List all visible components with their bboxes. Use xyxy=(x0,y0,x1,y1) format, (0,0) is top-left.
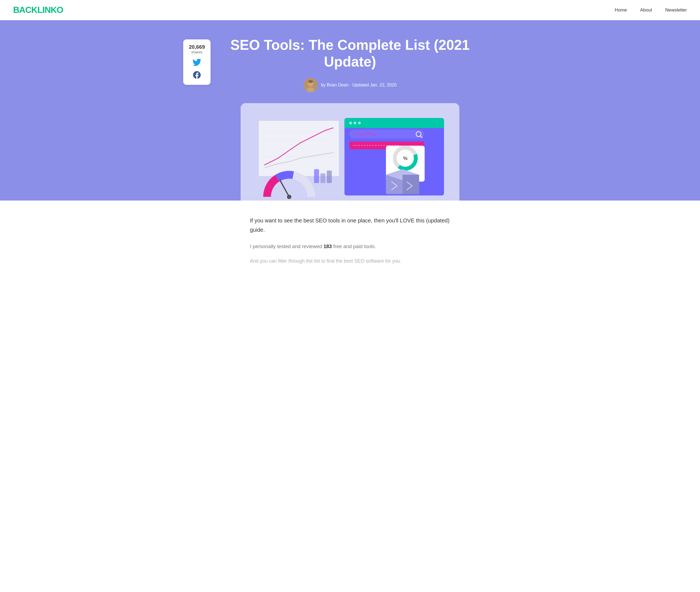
navbar: BACKLINKO Home About Newsletter xyxy=(0,0,700,20)
intro-paragraph-3: And you can filter through the list to f… xyxy=(250,257,450,265)
share-widget: 20,669 shares xyxy=(183,39,211,85)
nav-links: Home About Newsletter xyxy=(615,7,687,13)
hero-illustration-svg: % xyxy=(251,113,449,201)
svg-point-3 xyxy=(308,80,313,83)
author-row: by Brian Dean · Updated Jan. 22, 2020 xyxy=(227,78,473,92)
intro-paragraph-2: I personally tested and reviewed 183 fre… xyxy=(250,242,450,251)
twitter-share-button[interactable] xyxy=(189,58,205,68)
svg-rect-30 xyxy=(327,170,332,183)
hero-section: 20,669 shares SEO Tools: The Complete Li… xyxy=(0,20,700,201)
author-text: by Brian Dean · Updated Jan. 22, 2020 xyxy=(321,83,397,88)
svg-point-32 xyxy=(287,195,291,199)
facebook-share-button[interactable] xyxy=(189,71,205,81)
hero-inner: 20,669 shares SEO Tools: The Complete Li… xyxy=(227,37,473,201)
nav-link-home[interactable]: Home xyxy=(615,7,627,12)
svg-rect-29 xyxy=(320,174,325,183)
hero-illustration-card: % xyxy=(240,103,460,201)
nav-item-about[interactable]: About xyxy=(640,7,652,13)
intro-paragraph-1: If you want to see the best SEO tools in… xyxy=(250,216,450,235)
nav-item-home[interactable]: Home xyxy=(615,7,627,13)
svg-point-13 xyxy=(349,121,352,124)
share-label: shares xyxy=(189,50,205,54)
svg-text:%: % xyxy=(403,156,408,161)
nav-link-newsletter[interactable]: Newsletter xyxy=(665,7,687,12)
illustration: % xyxy=(251,113,449,201)
avatar xyxy=(304,78,318,92)
svg-point-15 xyxy=(358,121,361,124)
main-content: If you want to see the best SEO tools in… xyxy=(244,201,456,279)
page-title: SEO Tools: The Complete List (2021 Updat… xyxy=(227,37,473,70)
share-count: 20,669 xyxy=(189,44,205,50)
nav-item-newsletter[interactable]: Newsletter xyxy=(665,7,687,13)
nav-link-about[interactable]: About xyxy=(640,7,652,12)
svg-rect-16 xyxy=(349,130,424,138)
svg-point-14 xyxy=(354,121,356,124)
svg-line-31 xyxy=(280,180,289,197)
logo[interactable]: BACKLINKO xyxy=(13,5,63,15)
svg-rect-28 xyxy=(314,169,319,183)
